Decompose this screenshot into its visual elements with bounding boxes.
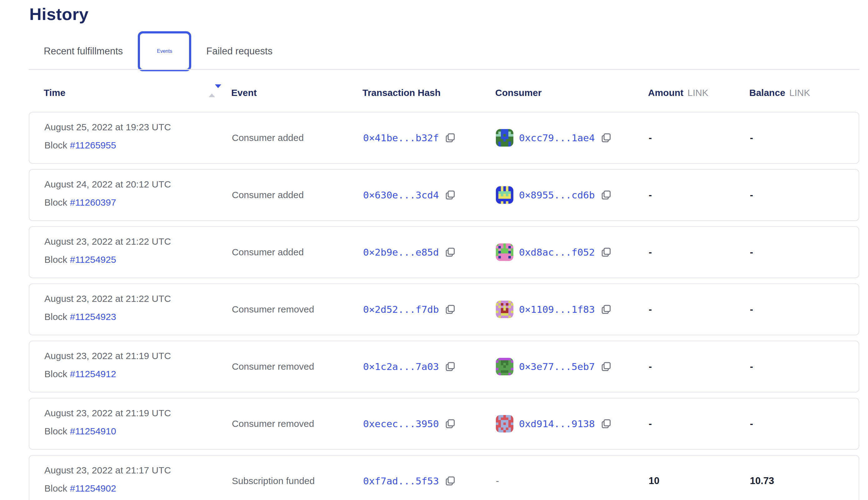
tabs-divider	[29, 69, 859, 70]
transaction-hash-cell: 0xf7ad...5f53	[363, 475, 456, 487]
column-header-balance: BalanceLINK	[749, 88, 810, 98]
block-label: Block	[44, 483, 67, 493]
transaction-hash-link[interactable]: 0×41be...b32f	[363, 132, 439, 144]
consumer-cell: 0xd8ac...f052	[496, 243, 612, 261]
transaction-hash-link[interactable]: 0xf7ad...5f53	[363, 475, 439, 487]
copy-transaction-hash-icon[interactable]	[445, 189, 456, 201]
copy-transaction-hash-icon[interactable]	[445, 304, 456, 315]
event-timestamp: August 23, 2022 at 21:19 UTC	[44, 351, 171, 361]
block-label: Block	[44, 426, 67, 436]
block-label: Block	[44, 369, 67, 379]
amount-cell: -	[649, 189, 652, 201]
event-type-cell: Consumer removed	[232, 304, 314, 315]
amount-cell: -	[649, 418, 652, 429]
balance-cell: -	[750, 189, 753, 201]
transaction-hash-cell: 0×41be...b32f	[363, 132, 456, 144]
consumer-identicon	[496, 243, 513, 261]
transaction-hash-link[interactable]: 0×1c2a...7a03	[363, 361, 439, 372]
consumer-cell: -	[496, 476, 499, 486]
amount-cell: -	[649, 132, 652, 144]
event-timestamp: August 23, 2022 at 21:19 UTC	[44, 408, 171, 418]
consumer-identicon	[496, 129, 513, 147]
consumer-address-link[interactable]: 0xd914...9138	[519, 418, 595, 429]
column-header-time: Time	[44, 88, 65, 98]
copy-transaction-hash-icon[interactable]	[445, 361, 456, 372]
tab-label: Events	[157, 48, 172, 54]
transaction-hash-link[interactable]: 0xecec...3950	[363, 418, 439, 429]
consumer-address-link: -	[496, 476, 499, 486]
block-number-link[interactable]: #11254925	[70, 254, 116, 265]
balance-unit-label: LINK	[789, 88, 810, 98]
amount-cell: -	[649, 361, 652, 372]
amount-unit-label: LINK	[687, 88, 708, 98]
event-timestamp: August 23, 2022 at 21:22 UTC	[44, 236, 171, 247]
block-label: Block	[44, 140, 67, 150]
tab-bar: Recent fulfillments Events Failed reques…	[29, 31, 273, 71]
balance-cell: -	[750, 304, 753, 315]
table-row: August 23, 2022 at 21:19 UTC Block #1125…	[29, 398, 859, 450]
transaction-hash-cell: 0×630e...3cd4	[363, 189, 456, 201]
consumer-address-link[interactable]: 0xcc79...1ae4	[519, 132, 595, 144]
balance-cell: -	[750, 247, 753, 258]
consumer-identicon	[496, 358, 513, 375]
table-row: August 23, 2022 at 21:19 UTC Block #1125…	[29, 341, 859, 393]
block-number-link[interactable]: #11265955	[70, 140, 116, 150]
copy-consumer-address-icon[interactable]	[601, 304, 612, 315]
balance-cell: -	[750, 132, 753, 144]
block-line: Block #11254902	[44, 483, 116, 494]
balance-cell: 10.73	[750, 475, 774, 487]
block-number-link[interactable]: #11254923	[70, 311, 116, 322]
copy-transaction-hash-icon[interactable]	[445, 247, 456, 258]
block-line: Block #11254912	[44, 369, 116, 379]
event-timestamp: August 23, 2022 at 21:17 UTC	[44, 465, 171, 476]
consumer-cell: 0xcc79...1ae4	[496, 129, 612, 147]
block-line: Block #11254925	[44, 254, 116, 265]
tab-recent-fulfillments[interactable]: Recent fulfillments	[44, 31, 123, 71]
transaction-hash-cell: 0×1c2a...7a03	[363, 361, 456, 372]
block-line: Block #11254923	[44, 311, 116, 322]
block-number-link[interactable]: #11254912	[70, 369, 116, 379]
tab-events-active[interactable]: Events	[138, 31, 191, 71]
copy-transaction-hash-icon[interactable]	[445, 418, 456, 429]
transaction-hash-link[interactable]: 0×2b9e...e85d	[363, 247, 439, 258]
table-header: Time Event Transaction Hash Consumer Amo…	[29, 88, 859, 101]
consumer-address-link[interactable]: 0×8955...cd6b	[519, 189, 595, 201]
transaction-hash-cell: 0×2d52...f7db	[363, 304, 456, 315]
copy-transaction-hash-icon[interactable]	[445, 475, 456, 487]
events-table-body: August 25, 2022 at 19:23 UTC Block #1126…	[29, 112, 859, 500]
copy-consumer-address-icon[interactable]	[601, 132, 612, 144]
block-number-link[interactable]: #11254902	[70, 483, 116, 493]
column-header-transaction-hash: Transaction Hash	[363, 88, 441, 98]
transaction-hash-link[interactable]: 0×2d52...f7db	[363, 304, 439, 315]
copy-transaction-hash-icon[interactable]	[445, 132, 456, 144]
tab-failed-requests[interactable]: Failed requests	[206, 31, 273, 71]
sort-control-time[interactable]	[209, 88, 215, 94]
block-number-link[interactable]: #11254910	[70, 426, 116, 436]
event-type-cell: Subscription funded	[232, 476, 315, 486]
page-title: History	[30, 4, 89, 24]
consumer-cell: 0×8955...cd6b	[496, 186, 612, 204]
table-row: August 23, 2022 at 21:17 UTC Block #1125…	[29, 455, 859, 500]
amount-cell: -	[649, 304, 652, 315]
event-type-cell: Consumer removed	[232, 361, 314, 372]
amount-cell: -	[649, 247, 652, 258]
copy-consumer-address-icon[interactable]	[601, 418, 612, 429]
transaction-hash-link[interactable]: 0×630e...3cd4	[363, 189, 439, 201]
copy-consumer-address-icon[interactable]	[601, 247, 612, 258]
column-header-consumer: Consumer	[495, 88, 541, 98]
tab-label: Recent fulfillments	[44, 46, 123, 57]
consumer-address-link[interactable]: 0×1109...1f83	[519, 304, 595, 315]
copy-consumer-address-icon[interactable]	[601, 361, 612, 372]
event-timestamp: August 25, 2022 at 19:23 UTC	[44, 122, 171, 133]
consumer-address-link[interactable]: 0xd8ac...f052	[519, 247, 595, 258]
table-row: August 25, 2022 at 19:23 UTC Block #1126…	[29, 112, 859, 164]
block-line: Block #11254910	[44, 426, 116, 436]
copy-consumer-address-icon[interactable]	[601, 189, 612, 201]
block-number-link[interactable]: #11260397	[70, 197, 116, 207]
transaction-hash-cell: 0×2b9e...e85d	[363, 247, 456, 258]
consumer-cell: 0×3e77...5eb7	[496, 358, 612, 375]
consumer-address-link[interactable]: 0×3e77...5eb7	[519, 361, 595, 372]
balance-cell: -	[750, 418, 753, 429]
consumer-identicon	[496, 415, 513, 432]
column-header-amount: AmountLINK	[648, 88, 708, 98]
